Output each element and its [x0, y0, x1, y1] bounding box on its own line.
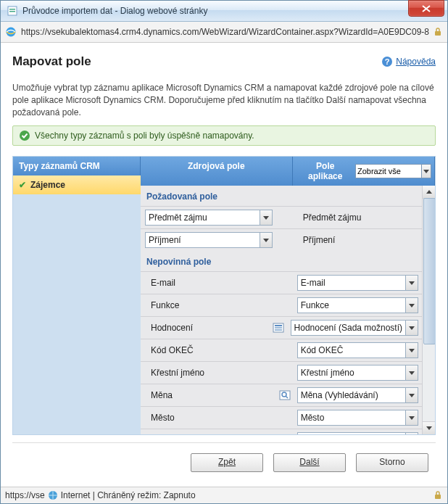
scroll-up-button[interactable]: [423, 186, 435, 199]
source-label: E-mail: [145, 278, 175, 288]
field-select[interactable]: Kód OKEČ: [297, 342, 418, 358]
chevron-down-icon[interactable]: [405, 276, 418, 290]
help-link[interactable]: ? Nápověda: [381, 56, 436, 67]
mapping-grid: Typy záznamů CRM ✔ Zájemce Zdrojová pole…: [12, 156, 436, 435]
close-button[interactable]: [408, 0, 444, 17]
field-row: MěstoMěsto: [141, 406, 423, 429]
chevron-down-icon[interactable]: [260, 210, 272, 225]
target-label: Příjmení: [297, 235, 336, 245]
app-fields-label: Pole aplikace: [299, 161, 352, 181]
field-select[interactable]: Křestní jméno: [297, 365, 418, 381]
cancel-button[interactable]: Storno: [356, 453, 428, 472]
button-bar: Zpět Další Storno: [12, 442, 436, 482]
select-value: E-mail: [298, 278, 405, 288]
chevron-down-icon[interactable]: [422, 164, 431, 178]
field-row: E-mailE-mail: [141, 271, 423, 294]
app-icon: [7, 5, 18, 17]
svg-rect-11: [275, 329, 282, 331]
field-select[interactable]: Hodnocení (Sada možností): [291, 320, 418, 336]
lookup-icon: [277, 389, 293, 401]
source-label: Křestní jméno: [145, 368, 204, 378]
filter-select[interactable]: [352, 164, 431, 178]
url-text[interactable]: https://vsekubalektomas4.crm4.dynamics.c…: [21, 27, 430, 37]
select-value: Hodnocení (Sada možností): [291, 323, 405, 333]
svg-rect-9: [275, 325, 282, 326]
page-header: Mapovat pole ? Nápověda: [12, 54, 436, 69]
chevron-down-icon[interactable]: [405, 298, 418, 313]
status-url: https://vse: [5, 490, 45, 500]
select-value: Kód OKEČ: [298, 345, 405, 355]
status-sep: |: [90, 490, 97, 500]
status-bar: https://vse Internet | Chráněný režim: Z…: [1, 487, 447, 503]
select-value: Příjmení: [146, 235, 260, 245]
record-type-item[interactable]: ✔ Zájemce: [13, 175, 141, 194]
field-row: Kód OKEČKód OKEČ: [141, 339, 423, 361]
chevron-down-icon[interactable]: [405, 321, 418, 335]
record-types-column: Typy záznamů CRM ✔ Zájemce: [13, 157, 141, 434]
success-icon: [19, 130, 30, 141]
fields-header-row: Zdrojová pole Pole aplikace: [141, 157, 435, 186]
titlebar: Průvodce importem dat - Dialog webové st…: [1, 1, 447, 22]
required-section-header: Požadovaná pole: [141, 186, 423, 206]
chevron-down-icon[interactable]: [405, 343, 418, 358]
scrollbar[interactable]: [422, 186, 435, 434]
select-value: Křestní jméno: [298, 368, 405, 378]
app-fields-header: Pole aplikace: [293, 157, 435, 186]
field-select[interactable]: Předmět zájmu: [145, 210, 273, 226]
source-label: Funkce: [145, 300, 179, 310]
chevron-down-icon[interactable]: [260, 233, 272, 247]
field-select[interactable]: Funkce: [297, 297, 418, 313]
scroll-down-button[interactable]: [423, 421, 435, 434]
ie-icon: [5, 26, 17, 38]
check-icon: ✔: [19, 180, 26, 190]
globe-icon: [48, 490, 58, 500]
field-row: PříjmeníPříjmení: [141, 228, 423, 251]
fields-body: Požadovaná polePředmět zájmuPředmět zájm…: [141, 186, 435, 434]
svg-rect-2: [9, 11, 15, 12]
help-icon: ?: [381, 56, 393, 67]
svg-rect-4: [435, 31, 441, 36]
scroll-thumb[interactable]: [423, 198, 435, 344]
intro-text: Umožňuje vybrat typ záznamu aplikace Mic…: [12, 82, 436, 118]
address-bar: https://vsekubalektomas4.crm4.dynamics.c…: [1, 22, 447, 43]
target-label: Předmět zájmu: [297, 212, 362, 223]
field-select[interactable]: E-mail: [297, 275, 418, 291]
source-label: Měna: [145, 390, 173, 400]
help-label: Nápověda: [396, 57, 436, 67]
record-types-header: Typy záznamů CRM: [13, 157, 141, 175]
page-title: Mapovat pole: [12, 54, 381, 69]
status-mode: Chráněný režim: Zapnuto: [97, 490, 195, 500]
source-label: Kód OKEČ: [145, 345, 194, 355]
window-title: Průvodce importem dat - Dialog webové st…: [22, 6, 408, 16]
svg-rect-10: [275, 327, 282, 329]
field-select[interactable]: Město: [297, 410, 418, 426]
select-value: Město: [298, 413, 405, 423]
svg-point-3: [7, 28, 16, 37]
field-row: MěnaMěna (Vyhledávání): [141, 384, 423, 406]
optional-section-header: Nepovinná pole: [141, 251, 423, 271]
source-fields-header: Zdrojová pole: [141, 157, 293, 186]
filter-input[interactable]: [355, 164, 422, 178]
next-button[interactable]: Další: [273, 453, 346, 472]
chevron-down-icon[interactable]: [405, 410, 418, 425]
source-label: Město: [145, 413, 175, 423]
select-value: Měna (Vyhledávání): [298, 390, 405, 400]
chevron-down-icon[interactable]: [405, 388, 418, 402]
source-label: Hodnocení: [145, 323, 193, 333]
select-value: Funkce: [298, 300, 405, 310]
svg-rect-20: [435, 495, 441, 499]
field-row: HodnoceníHodnocení (Sada možností): [141, 316, 423, 339]
field-row: FunkceFunkce: [141, 294, 423, 316]
status-zone: Internet: [61, 490, 91, 500]
back-button[interactable]: Zpět: [191, 453, 263, 472]
field-select[interactable]: Název společnosti: [297, 432, 418, 434]
success-banner: Všechny typy záznamů s poli byly úspěšně…: [12, 125, 436, 146]
record-type-label: Zájemce: [30, 180, 65, 190]
chevron-down-icon[interactable]: [405, 365, 418, 380]
field-select[interactable]: Měna (Vyhledávání): [297, 387, 418, 403]
select-value: Předmět zájmu: [146, 212, 260, 223]
chevron-down-icon[interactable]: [405, 433, 418, 434]
success-text: Všechny typy záznamů s poli byly úspěšně…: [35, 131, 254, 141]
optionset-icon: [270, 322, 286, 334]
field-select[interactable]: Příjmení: [145, 232, 273, 248]
